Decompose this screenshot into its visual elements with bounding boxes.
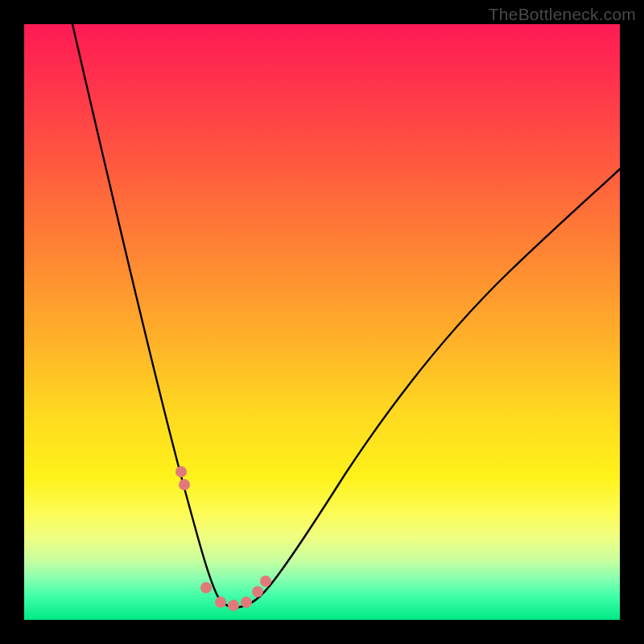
dot <box>241 597 252 608</box>
dot <box>200 582 212 593</box>
curve-svg <box>24 24 620 620</box>
watermark-text: TheBottleneck.com <box>489 5 636 24</box>
dot <box>179 479 190 490</box>
dot <box>228 600 239 611</box>
frame: TheBottleneck.com <box>0 0 644 644</box>
dot <box>260 576 271 587</box>
plot-area <box>24 24 620 620</box>
dot <box>252 586 263 597</box>
dot <box>175 466 187 477</box>
dot <box>215 597 226 608</box>
bottleneck-curve <box>72 24 620 608</box>
trough-dots <box>175 466 271 611</box>
